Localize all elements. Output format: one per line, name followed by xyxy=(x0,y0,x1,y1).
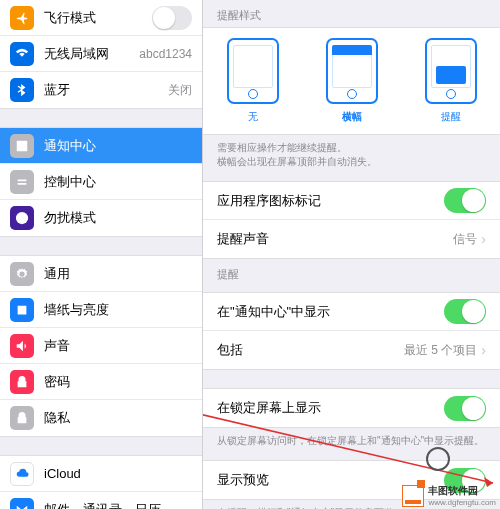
sidebar-item-label: 通用 xyxy=(44,265,192,283)
watermark-logo-icon xyxy=(402,485,424,507)
alert-style-alert[interactable]: 提醒 xyxy=(425,38,477,124)
row-label: 在"通知中心"中显示 xyxy=(217,303,444,321)
sidebar-item-display[interactable]: 墙纸与亮度 xyxy=(0,292,202,328)
row-value: 最近 5 个项目 xyxy=(404,342,477,359)
sidebar-item-value: 关闭 xyxy=(168,82,192,99)
device-icon xyxy=(425,38,477,104)
chevron-right-icon: › xyxy=(481,342,486,358)
control-center-icon xyxy=(10,170,34,194)
alert-style-selector: 无 横幅 提醒 xyxy=(203,27,500,135)
settings-row[interactable]: 在"通知中心"中显示 xyxy=(203,293,500,331)
sidebar-item-airplane[interactable]: 飞行模式 xyxy=(0,0,202,36)
alert-style-label: 横幅 xyxy=(342,110,362,124)
sidebar-item-label: 隐私 xyxy=(44,409,192,427)
sidebar-item-privacy[interactable]: 隐私 xyxy=(0,400,202,436)
sidebar-item-value: abcd1234 xyxy=(139,47,192,61)
bluetooth-icon xyxy=(10,78,34,102)
alert-style-banner[interactable]: 横幅 xyxy=(326,38,378,124)
sidebar-item-general[interactable]: 通用 xyxy=(0,256,202,292)
sidebar-item-label: 飞行模式 xyxy=(44,9,152,27)
settings-row[interactable]: 提醒声音信号› xyxy=(203,220,500,258)
group-badge-sound: 应用程序图标标记提醒声音信号› xyxy=(203,181,500,259)
row-label: 包括 xyxy=(217,341,404,359)
sidebar-item-label: 通知中心 xyxy=(44,137,192,155)
sidebar-item-icloud[interactable]: iCloud xyxy=(0,456,202,492)
chevron-right-icon: › xyxy=(481,231,486,247)
sound-icon xyxy=(10,334,34,358)
settings-row[interactable]: 应用程序图标标记 xyxy=(203,182,500,220)
sidebar-item-wifi[interactable]: 无线局域网 abcd1234 xyxy=(0,36,202,72)
alert-style-description: 需要相应操作才能继续提醒。 横幅会出现在屏幕顶部并自动消失。 xyxy=(203,135,500,175)
sidebar-item-label: 无线局域网 xyxy=(44,45,139,63)
detail-pane: 提醒样式 无 横幅 提醒 需要相应操作才能继续提醒。 横幅会出现在屏幕顶部并自动… xyxy=(203,0,500,509)
alert-style-header: 提醒样式 xyxy=(203,0,500,27)
row-label: 提醒声音 xyxy=(217,230,453,248)
icloud-icon xyxy=(10,462,34,486)
sidebar-item-mail[interactable]: 邮件、通讯录、日历 xyxy=(0,492,202,509)
sidebar-item-label: 密码 xyxy=(44,373,192,391)
sidebar-item-label: 控制中心 xyxy=(44,173,192,191)
privacy-icon xyxy=(10,406,34,430)
display-icon xyxy=(10,298,34,322)
sidebar-item-bluetooth[interactable]: 蓝牙 关闭 xyxy=(0,72,202,108)
notification-icon xyxy=(10,134,34,158)
toggle-switch[interactable] xyxy=(444,299,486,324)
annotation-circle xyxy=(426,447,450,471)
dnd-icon xyxy=(10,206,34,230)
sidebar-item-label: 墙纸与亮度 xyxy=(44,301,192,319)
settings-sidebar: 飞行模式 无线局域网 abcd1234 蓝牙 关闭 通知中心 控制中心 勿扰模式 xyxy=(0,0,203,509)
group-notification-center: 在"通知中心"中显示包括最近 5 个项目› xyxy=(203,292,500,370)
watermark-url: www.dgfengtu.com xyxy=(428,498,496,507)
airplane-icon xyxy=(10,6,34,30)
reminder-header: 提醒 xyxy=(203,259,500,286)
passcode-icon xyxy=(10,370,34,394)
watermark: 丰图软件园 www.dgfengtu.com xyxy=(402,484,496,507)
row-value: 信号 xyxy=(453,231,477,248)
watermark-title: 丰图软件园 xyxy=(428,484,496,498)
device-icon xyxy=(326,38,378,104)
sidebar-item-label: 声音 xyxy=(44,337,192,355)
sidebar-item-label: 蓝牙 xyxy=(44,81,168,99)
general-icon xyxy=(10,262,34,286)
sidebar-item-control-center[interactable]: 控制中心 xyxy=(0,164,202,200)
toggle-switch[interactable] xyxy=(152,6,192,30)
toggle-switch[interactable] xyxy=(444,188,486,213)
alert-style-label: 无 xyxy=(248,110,258,124)
sidebar-item-label: 勿扰模式 xyxy=(44,209,192,227)
sidebar-item-dnd[interactable]: 勿扰模式 xyxy=(0,200,202,236)
alert-style-none[interactable]: 无 xyxy=(227,38,279,124)
row-label: 应用程序图标标记 xyxy=(217,192,444,210)
wifi-icon xyxy=(10,42,34,66)
sidebar-item-passcode[interactable]: 密码 xyxy=(0,364,202,400)
sidebar-item-sound[interactable]: 声音 xyxy=(0,328,202,364)
device-icon xyxy=(227,38,279,104)
settings-row[interactable]: 包括最近 5 个项目› xyxy=(203,331,500,369)
mail-icon xyxy=(10,498,34,510)
sidebar-item-label: 邮件、通讯录、日历 xyxy=(44,501,192,510)
alert-style-label: 提醒 xyxy=(441,110,461,124)
sidebar-item-label: iCloud xyxy=(44,466,192,481)
sidebar-item-notification[interactable]: 通知中心 xyxy=(0,128,202,164)
